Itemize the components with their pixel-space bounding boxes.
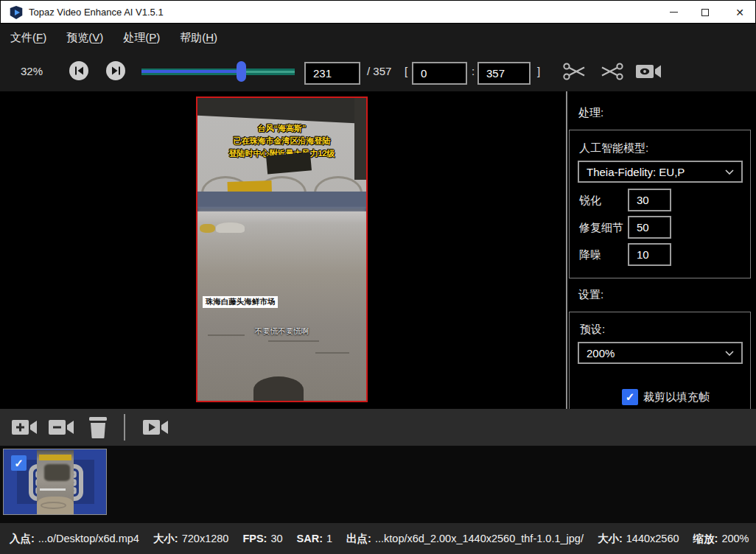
chevron-down-icon — [725, 351, 734, 356]
close-button[interactable]: ✕ — [727, 1, 752, 24]
crop-to-fill-checkbox[interactable]: ✓ — [622, 389, 638, 405]
preview-flooded-car — [216, 222, 245, 234]
status-input-size: 大小:720x1280 — [153, 532, 229, 546]
range-end-input[interactable] — [477, 62, 531, 85]
sharpen-label: 锐化 — [579, 189, 601, 211]
scissors-right-icon — [600, 62, 623, 81]
check-icon: ✓ — [14, 457, 24, 470]
skip-to-start-icon — [74, 66, 84, 75]
toolbar-divider — [124, 414, 125, 441]
app-window: Topaz Video Enhance AI V1.5.1 ✕ 文件(F) 预览… — [0, 0, 756, 554]
restore-detail-label: 修复细节 — [579, 216, 623, 239]
minimize-button[interactable] — [661, 1, 686, 24]
preview-flooded-vehicle — [200, 224, 215, 233]
status-scale: 缩放:200% — [693, 532, 749, 546]
thumbnail-image — [37, 450, 74, 514]
camera-eye-icon — [635, 63, 662, 80]
sharpen-input[interactable] — [628, 189, 671, 211]
range-bracket-close: ] — [537, 52, 540, 91]
total-frames-label: / 357 — [367, 52, 391, 91]
process-groupbox: 人工智能模型: Theia-Fidelity: EU,P 锐化 修复细节 降噪 — [569, 130, 751, 278]
ai-model-value: Theia-Fidelity: EU,P — [587, 166, 725, 178]
camera-play-icon — [142, 418, 169, 437]
skip-to-start-button[interactable] — [69, 61, 88, 80]
add-video-button[interactable] — [10, 417, 38, 438]
remove-video-button[interactable] — [47, 417, 75, 438]
thumbnail-checkbox[interactable]: ✓ — [11, 455, 27, 471]
crop-to-fill-label: 裁剪以填充帧 — [643, 390, 710, 404]
status-output-path: 出点:...ktop/x6d_2.00x_1440x2560_thf-1.0.1… — [346, 532, 584, 546]
preview-debris — [253, 376, 304, 402]
window-title: Topaz Video Enhance AI V1.5.1 — [29, 1, 164, 24]
chevron-down-icon — [725, 169, 734, 175]
slider-progress — [141, 70, 241, 73]
range-start-input[interactable] — [412, 62, 467, 85]
thumbnail-strip: ✓ — [0, 446, 756, 523]
settings-groupbox: 预设: 200% ✓ 裁剪以填充帧 — [569, 312, 751, 409]
menu-bar: 文件(F) 预览(V) 处理(P) 帮助(H) — [0, 24, 756, 52]
preview-spray — [197, 208, 366, 224]
range-bracket-open: [ — [405, 52, 407, 91]
video-thumbnail-tile[interactable]: ✓ — [3, 449, 107, 515]
preset-dropdown[interactable]: 200% — [578, 342, 743, 364]
settings-section-header: 设置: — [578, 288, 603, 302]
panel-divider — [566, 91, 567, 409]
close-icon: ✕ — [735, 7, 744, 18]
status-fps: FPS:30 — [242, 533, 282, 544]
current-frame-input[interactable] — [304, 62, 360, 85]
playback-toolbar: 32% / 357 [ : ] — [0, 52, 756, 91]
menu-help[interactable]: 帮助(H) — [180, 31, 217, 45]
preview-bridge — [197, 172, 366, 194]
skip-to-end-icon — [111, 66, 121, 75]
status-sar: SAR:1 — [297, 533, 333, 544]
restore-detail-input[interactable] — [628, 216, 671, 239]
video-preview-frame: 台风“海高斯” 已在珠海市金湾区沿海登陆 登陆时中心附近最大风力12级 珠海白藤… — [196, 97, 368, 402]
process-section-header: 处理: — [578, 106, 603, 120]
scissors-left-icon — [563, 62, 587, 81]
ai-model-dropdown[interactable]: Theia-Fidelity: EU,P — [578, 161, 743, 183]
preview-camera-button[interactable] — [634, 60, 662, 83]
timeline-slider[interactable] — [141, 66, 295, 77]
minimize-icon — [670, 12, 678, 13]
trim-in-button[interactable] — [562, 60, 587, 83]
status-input-path: 入点:...o/Desktop/x6d.mp4 — [10, 532, 139, 546]
preview-location-label: 珠海白藤头海鲜市场 — [203, 296, 279, 308]
delete-button[interactable] — [85, 416, 111, 439]
preview-hanging-sign — [266, 152, 311, 174]
denoise-label: 降噪 — [579, 243, 601, 266]
slider-handle[interactable] — [237, 61, 246, 82]
zoom-percent-label: 32% — [21, 52, 43, 91]
camera-minus-icon — [48, 418, 74, 437]
menu-process[interactable]: 处理(P) — [123, 31, 160, 45]
ai-model-label: 人工智能模型: — [579, 141, 648, 155]
preview-caption: 不要慌不要慌啊 — [197, 326, 366, 337]
clip-toolbar — [0, 409, 756, 446]
check-icon: ✓ — [626, 390, 635, 404]
menu-file[interactable]: 文件(F) — [10, 31, 46, 45]
menu-preview[interactable]: 预览(V) — [66, 31, 103, 45]
denoise-input[interactable] — [628, 243, 671, 266]
status-output-size: 大小:1440x2560 — [598, 532, 679, 546]
range-separator: : — [472, 52, 475, 91]
skip-to-end-button[interactable] — [106, 61, 125, 80]
preset-value: 200% — [587, 347, 725, 360]
preview-overpass-shape — [197, 98, 366, 124]
main-area: 台风“海高斯” 已在珠海市金湾区沿海登陆 登陆时中心附近最大风力12级 珠海白藤… — [0, 91, 756, 409]
process-video-button[interactable] — [141, 417, 169, 438]
title-bar: Topaz Video Enhance AI V1.5.1 ✕ — [0, 0, 756, 24]
trim-out-button[interactable] — [599, 60, 624, 83]
app-logo-icon — [10, 6, 23, 19]
trash-icon — [88, 416, 108, 438]
preset-label: 预设: — [580, 323, 605, 337]
maximize-icon — [701, 9, 709, 16]
camera-plus-icon — [11, 418, 38, 437]
status-bar: 入点:...o/Desktop/x6d.mp4 大小:720x1280 FPS:… — [0, 523, 756, 554]
maximize-button[interactable] — [693, 1, 718, 24]
